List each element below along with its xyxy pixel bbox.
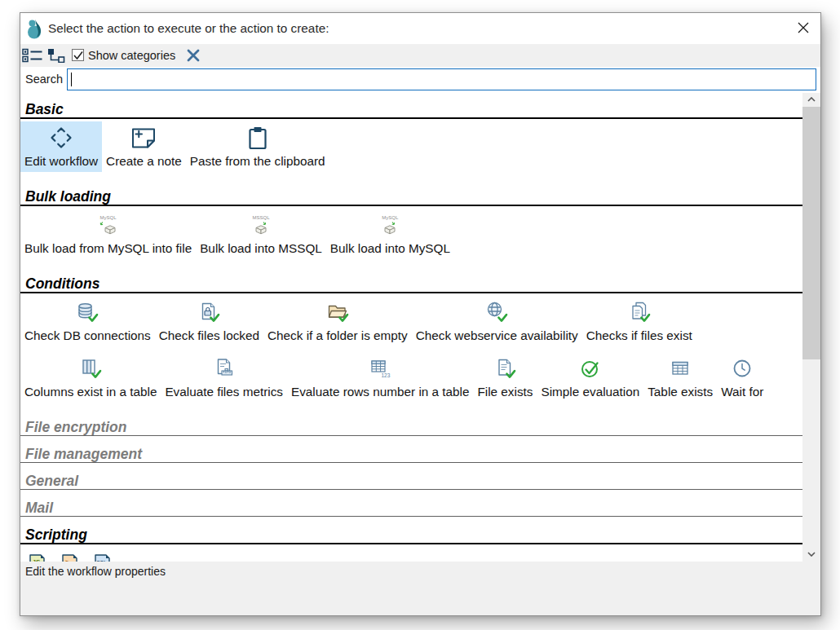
action-item-file-exists[interactable]: File exists — [473, 352, 537, 403]
action-item-label: Simple evaluation — [541, 385, 639, 399]
status-bar: Edit the workflow properties — [20, 562, 820, 615]
category-divider — [20, 516, 802, 517]
file-check-icon — [491, 355, 519, 381]
hop-logo-icon — [27, 16, 45, 41]
category-header-scripting[interactable]: Scripting — [20, 528, 802, 542]
bulk-package-in-icon: MySQL — [376, 212, 404, 238]
action-item-label: Table exists — [648, 385, 713, 399]
action-item-label: Check DB connections — [24, 329, 151, 342]
category-header-bulk-loading[interactable]: Bulk loading — [20, 190, 802, 204]
action-item-label: Edit workflow — [24, 155, 98, 168]
title-bar: Select the action to execute or the acti… — [20, 13, 820, 44]
clock-icon — [728, 355, 756, 381]
action-item-check-files-locked[interactable]: Check files locked — [155, 296, 263, 346]
status-text: Edit the workflow properties — [25, 565, 166, 578]
action-item-bulk-load-into-mysql[interactable]: MySQLBulk load into MySQL — [326, 209, 454, 259]
dialog-title: Select the action to execute or the acti… — [48, 13, 329, 44]
js-script-icon: JS — [23, 550, 51, 562]
scroll-down-icon[interactable] — [802, 548, 820, 562]
action-item-label: Check if a folder is empty — [267, 329, 408, 342]
db-type-label: MSSQL — [252, 215, 269, 221]
clear-filter-icon[interactable] — [186, 48, 201, 66]
action-item-label: Evaluate rows number in a table — [291, 385, 470, 399]
category-divider — [20, 292, 802, 293]
action-item-edit-workflow[interactable]: Edit workflow — [20, 121, 102, 172]
simple-evaluation-icon — [577, 355, 604, 381]
category-header-conditions[interactable]: Conditions — [20, 277, 802, 291]
items-row: MySQLBulk load from MySQL into fileMSSQL… — [20, 209, 802, 259]
action-item-check-if-a-folder-is-empty[interactable]: Check if a folder is empty — [263, 296, 412, 346]
items-row: JS>SQL — [20, 547, 802, 562]
list-view-icon[interactable] — [22, 48, 44, 66]
webservice-check-icon — [483, 299, 511, 325]
category-header-mail[interactable]: Mail — [20, 501, 802, 515]
category-divider — [20, 543, 802, 544]
action-item-label: Create a note — [106, 155, 182, 168]
file-metrics-icon — [210, 355, 238, 381]
category-divider — [20, 205, 802, 206]
action-item-check-webservice-availability[interactable]: Check webservice availability — [412, 296, 582, 346]
category-header-basic[interactable]: Basic — [20, 103, 802, 117]
close-icon[interactable] — [796, 20, 811, 35]
category-divider — [20, 489, 802, 490]
category-header-general[interactable]: General — [20, 474, 802, 488]
category-divider — [20, 462, 802, 463]
action-item-shell-script[interactable]: > — [53, 547, 86, 562]
category-divider — [20, 435, 802, 436]
toolbar: Show categories — [20, 44, 820, 67]
scrollbar[interactable] — [802, 93, 820, 562]
action-item-label: Check webservice availability — [416, 329, 578, 342]
bulk-package-out-icon: MySQL — [95, 212, 122, 238]
database-check-icon — [73, 299, 101, 325]
scroll-up-icon[interactable] — [802, 93, 820, 107]
category-header-file-management[interactable]: File management — [20, 447, 802, 461]
action-item-wait-for[interactable]: Wait for — [717, 352, 767, 403]
action-item-simple-evaluation[interactable]: Simple evaluation — [537, 352, 643, 403]
dialog-window: Select the action to execute or the acti… — [20, 12, 821, 616]
action-list: BasicEdit workflowCreate a notePaste fro… — [20, 93, 802, 562]
action-item-evaluate-rows-number-in-a-table[interactable]: 123Evaluate rows number in a table — [287, 352, 474, 403]
folder-check-icon — [324, 299, 351, 325]
action-item-table-exists[interactable]: Table exists — [643, 352, 717, 403]
action-item-label: Bulk load into MSSQL — [200, 242, 322, 255]
show-categories-label[interactable]: Show categories — [88, 44, 175, 67]
action-item-sql-script[interactable]: SQL — [86, 547, 118, 562]
action-item-label: Columns exist in a table — [24, 385, 157, 399]
text-caret — [71, 73, 72, 86]
search-input[interactable] — [67, 68, 816, 90]
action-item-bulk-load-into-mssql[interactable]: MSSQLBulk load into MSSQL — [196, 209, 326, 259]
db-type-label: MySQL — [382, 215, 398, 221]
shell-script-icon: > — [55, 550, 83, 562]
sql-script-icon: SQL — [88, 550, 116, 562]
bulk-package-in-icon: MSSQL — [247, 212, 275, 238]
action-item-js-script[interactable]: JS — [20, 547, 53, 562]
category-header-file-encryption[interactable]: File encryption — [20, 421, 802, 434]
category-divider — [20, 117, 802, 119]
db-type-label: MySQL — [100, 215, 117, 221]
action-item-label: Paste from the clipboard — [190, 155, 325, 168]
table-columns-check-icon — [77, 355, 104, 381]
action-item-label: Evaluate files metrics — [165, 385, 283, 399]
action-item-evaluate-files-metrics[interactable]: Evaluate files metrics — [161, 352, 287, 403]
action-item-check-db-connections[interactable]: Check DB connections — [20, 296, 155, 346]
action-item-label: Wait for — [721, 385, 763, 399]
action-item-bulk-load-from-mysql-into-file[interactable]: MySQLBulk load from MySQL into file — [20, 209, 196, 259]
search-label: Search — [25, 67, 63, 93]
action-item-paste-from-the-clipboard[interactable]: Paste from the clipboard — [186, 121, 329, 172]
scrollbar-thumb[interactable] — [802, 107, 820, 359]
action-item-columns-exist-in-a-table[interactable]: Columns exist in a table — [20, 352, 161, 403]
action-item-label: File exists — [477, 385, 533, 399]
show-categories-checkbox[interactable] — [72, 49, 84, 61]
items-row: Edit workflowCreate a notePaste from the… — [20, 121, 802, 172]
tree-view-icon[interactable] — [47, 48, 67, 66]
edit-workflow-icon — [47, 125, 75, 151]
action-item-label: Bulk load from MySQL into file — [24, 242, 192, 255]
search-row: Search — [20, 67, 820, 93]
action-item-label: Checks if files exist — [586, 329, 692, 342]
file-locked-check-icon — [195, 299, 223, 325]
action-item-create-a-note[interactable]: Create a note — [102, 121, 186, 172]
action-item-checks-if-files-exist[interactable]: Checks if files exist — [582, 296, 696, 346]
items-row: Columns exist in a tableEvaluate files m… — [20, 352, 802, 403]
svg-text:123: 123 — [382, 372, 391, 378]
create-note-icon — [130, 125, 157, 151]
